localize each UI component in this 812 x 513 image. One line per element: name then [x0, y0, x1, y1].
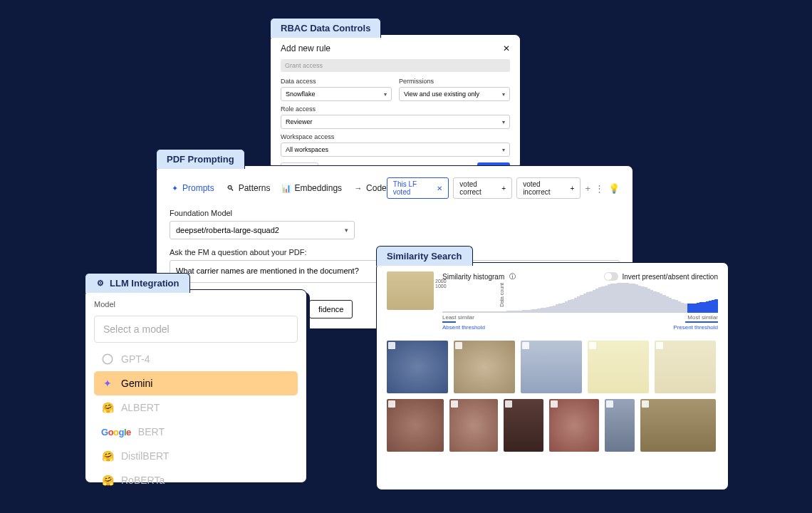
- llm-tab: ⚙ LLM Integration: [85, 273, 190, 293]
- y-axis-label: Data count: [499, 283, 504, 307]
- result-thumb[interactable]: [449, 399, 498, 452]
- add-chip-button[interactable]: +: [585, 183, 590, 194]
- plus-icon[interactable]: +: [571, 185, 575, 192]
- model-label: Model: [94, 300, 298, 309]
- tick-2000: 2000: [435, 279, 447, 284]
- option-albert[interactable]: 🤗 ALBERT: [94, 395, 298, 420]
- fm-label: Foundation Model: [170, 209, 620, 217]
- gemini-icon: ✦: [101, 377, 114, 390]
- chip-voted-correct[interactable]: voted correct +: [453, 177, 512, 199]
- chip-lf-voted[interactable]: This LF voted ✕: [387, 177, 449, 199]
- invert-toggle[interactable]: [604, 272, 618, 281]
- result-thumb[interactable]: [504, 399, 543, 452]
- rbac-tab: RBAC Data Controls: [270, 18, 381, 38]
- option-gemini[interactable]: ✦ Gemini: [94, 371, 298, 395]
- option-roberta[interactable]: 🤗 RoBERTa: [94, 468, 298, 492]
- pdf-tab: PDF Prompting: [156, 149, 245, 169]
- option-distilbert[interactable]: 🤗 DistilBERT: [94, 444, 298, 468]
- absent-threshold[interactable]: Absent threshold: [442, 324, 485, 331]
- svg-point-0: [103, 354, 113, 364]
- close-icon[interactable]: ✕: [503, 43, 510, 53]
- data-access-select[interactable]: Snowflake: [281, 87, 392, 101]
- hist-title: Similarity histogram: [442, 273, 504, 281]
- histogram[interactable]: [442, 284, 718, 313]
- model-select-input[interactable]: Select a model: [94, 316, 298, 343]
- tab-code[interactable]: →Code: [353, 183, 387, 193]
- tab-patterns[interactable]: 🔍︎Patterns: [226, 183, 271, 193]
- result-thumb[interactable]: [454, 341, 515, 393]
- info-icon[interactable]: ⓘ: [507, 271, 517, 281]
- permissions-select[interactable]: View and use existing only: [399, 87, 510, 101]
- result-thumb[interactable]: [549, 399, 599, 452]
- sim-tab: Similarity Search: [376, 246, 473, 266]
- result-grid: [387, 341, 718, 452]
- prompts-icon: ✦: [170, 183, 179, 193]
- lightbulb-icon[interactable]: 💡: [608, 183, 620, 194]
- arrow-icon: →: [353, 183, 363, 193]
- result-thumb[interactable]: [387, 341, 448, 393]
- google-icon: Google: [101, 425, 131, 438]
- most-similar: Most similar: [687, 314, 718, 321]
- plus-icon[interactable]: +: [501, 185, 506, 192]
- tick-1000: 1000: [435, 284, 447, 289]
- option-gpt4[interactable]: GPT-4: [94, 347, 298, 371]
- toggle-label: Invert present/absent direction: [622, 273, 718, 281]
- result-thumb[interactable]: [655, 341, 716, 393]
- workspace-access-label: Workspace access: [281, 133, 510, 140]
- workspace-access-select[interactable]: All workspaces: [281, 142, 510, 157]
- present-threshold[interactable]: Present threshold: [673, 324, 718, 331]
- result-thumb[interactable]: [387, 399, 444, 452]
- rbac-card: RBAC Data Controls Add new rule ✕ Grant …: [270, 34, 521, 170]
- openai-icon: [101, 353, 114, 366]
- tab-prompts[interactable]: ✦Prompts: [170, 183, 214, 193]
- llm-card: ⚙ LLM Integration Model Select a model G…: [85, 289, 307, 483]
- result-thumb[interactable]: [605, 399, 635, 452]
- role-access-select[interactable]: Reviewer: [281, 115, 510, 129]
- tab-embeddings[interactable]: 📊Embeddings: [281, 183, 342, 193]
- permissions-label: Permissions: [399, 78, 510, 85]
- anchor-image[interactable]: [387, 271, 434, 310]
- result-thumb[interactable]: [588, 341, 649, 393]
- role-access-label: Role access: [281, 105, 510, 113]
- data-access-label: Data access: [281, 78, 392, 85]
- remove-icon[interactable]: ✕: [437, 185, 442, 192]
- hf-icon: 🤗: [101, 450, 114, 462]
- ai-icon: ⚙: [95, 279, 105, 289]
- fm-select[interactable]: deepset/roberta-large-squad2: [170, 221, 355, 239]
- hf-icon: 🤗: [101, 401, 114, 414]
- hf-icon: 🤗: [101, 474, 114, 487]
- confidence-button[interactable]: fidence: [309, 300, 353, 318]
- chart-icon: 📊: [281, 183, 291, 193]
- grant-access-field[interactable]: Grant access: [281, 59, 510, 72]
- result-thumb[interactable]: [521, 341, 582, 393]
- similarity-card: Similarity Search Data count 20001000 Si…: [376, 262, 729, 490]
- option-bert[interactable]: Google BERT: [94, 420, 298, 444]
- least-similar: Least similar: [442, 314, 474, 321]
- search-icon: 🔍︎: [226, 183, 236, 193]
- result-thumb[interactable]: [640, 399, 716, 452]
- more-icon[interactable]: ⋮: [595, 183, 604, 194]
- rbac-title: Add new rule: [281, 43, 330, 53]
- chip-voted-incorrect[interactable]: voted incorrect +: [516, 177, 581, 199]
